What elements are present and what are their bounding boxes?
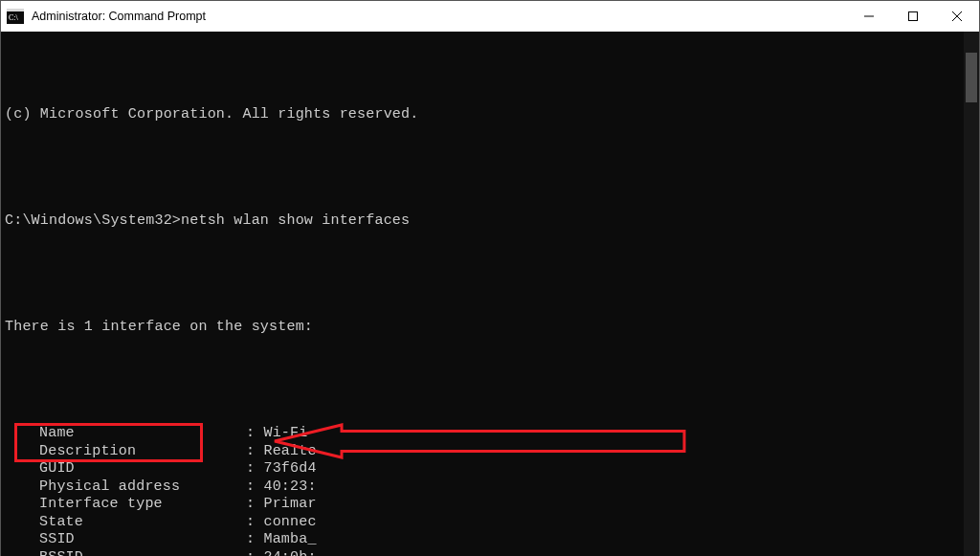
interface-row: GUID: 73f6d4 [5, 460, 979, 478]
svg-text:C:\: C:\ [9, 13, 19, 22]
scrollbar-thumb[interactable] [966, 53, 977, 102]
maximize-button[interactable] [891, 1, 935, 32]
row-label: Description [39, 443, 246, 461]
titlebar[interactable]: C:\ Administrator: Command Prompt [1, 1, 979, 32]
interface-row: Interface type: Primar [5, 496, 979, 514]
interface-row: Description: Realte [5, 443, 979, 461]
interface-row: SSID: Mamba_ [5, 531, 979, 549]
interface-row: State: connec [5, 514, 979, 532]
row-label: BSSID [39, 549, 246, 557]
interface-row: BSSID: 24:0b: [5, 549, 979, 557]
blank-line [5, 160, 979, 178]
minimize-button[interactable] [847, 1, 891, 32]
window: C:\ Administrator: Command Prompt (c) Mi… [0, 0, 980, 556]
row-label: Physical address [39, 478, 246, 497]
window-controls [847, 1, 979, 32]
interface-details: Name: Wi-FiDescription: RealteGUID: 73f6… [5, 425, 979, 556]
status-line: There is 1 interface on the system: [5, 319, 979, 337]
row-value: Realte [263, 443, 316, 461]
row-label: State [39, 514, 246, 532]
row-value: 73f6d4 [263, 460, 316, 478]
row-label: SSID [39, 531, 246, 549]
row-value: Primar [263, 496, 316, 514]
row-value: Mamba_ [263, 531, 316, 549]
window-title: Administrator: Command Prompt [32, 10, 847, 23]
blank-line [5, 372, 979, 390]
scrollbar-track[interactable] [964, 32, 979, 556]
svg-rect-1 [7, 9, 24, 11]
prompt-command: netsh wlan show interfaces [181, 212, 410, 231]
interface-row: Physical address: 40:23: [5, 478, 979, 497]
interface-row: Name: Wi-Fi [5, 425, 979, 443]
prompt-line-1: C:\Windows\System32>netsh wlan show inte… [5, 212, 979, 231]
close-button[interactable] [935, 1, 979, 32]
row-value: connec [263, 514, 316, 532]
terminal-area[interactable]: (c) Microsoft Corporation. All rights re… [1, 32, 979, 556]
copyright-line: (c) Microsoft Corporation. All rights re… [5, 106, 979, 124]
cmd-icon: C:\ [7, 9, 24, 24]
row-label: Interface type [39, 496, 246, 514]
prompt-path: C:\Windows\System32> [5, 212, 181, 231]
blank-line [5, 266, 979, 284]
row-value: 40:23: [263, 478, 316, 497]
row-value: Wi-Fi [263, 425, 307, 443]
svg-rect-4 [909, 12, 918, 21]
row-label: GUID [39, 460, 246, 478]
row-value: 24:0b: [263, 549, 316, 557]
row-label: Name [39, 425, 246, 443]
